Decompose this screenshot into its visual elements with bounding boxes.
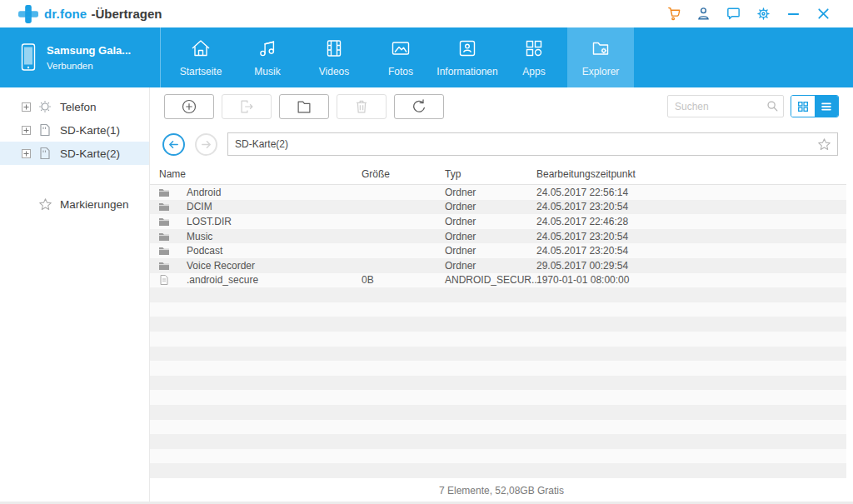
device-name: Samsung Gala... — [47, 44, 131, 57]
delete-button[interactable] — [337, 94, 387, 119]
chat-feedback-icon[interactable] — [726, 6, 741, 22]
list-view-button[interactable] — [815, 96, 838, 117]
grid-view-icon — [796, 100, 810, 113]
empty-row — [150, 361, 846, 376]
sidebar-item-sd-karte-2[interactable]: SD-Karte(2) — [0, 142, 149, 165]
arrow-right-icon — [200, 138, 212, 151]
app-window: dr.fone -Übertragen — [0, 0, 853, 504]
sidebar-item-telefon[interactable]: Telefon — [0, 95, 149, 118]
table-row[interactable]: DCIM Ordner 24.05.2017 23:20:54 — [150, 200, 846, 215]
sidebar: Telefon SD-Karte(1) — [0, 87, 150, 504]
empty-row — [150, 463, 846, 478]
add-icon — [180, 97, 198, 116]
titlebar-actions — [666, 6, 853, 22]
status-bar: 7 Elemente, 52,08GB Gratis — [150, 478, 853, 504]
empty-row — [150, 420, 846, 435]
back-button[interactable] — [162, 133, 185, 156]
empty-row — [150, 434, 846, 449]
page-title: -Übertragen — [91, 7, 162, 21]
add-file-button[interactable] — [164, 94, 214, 119]
close-icon[interactable] — [816, 6, 831, 22]
folder-icon — [158, 201, 170, 212]
empty-row — [150, 376, 846, 391]
path-box — [227, 132, 838, 156]
table-row[interactable]: Podcast Ordner 24.05.2017 23:20:54 — [150, 243, 846, 258]
expand-icon[interactable] — [22, 102, 31, 112]
contact-card-icon — [456, 37, 478, 59]
breadcrumb-bar — [150, 125, 853, 163]
column-header-modified[interactable]: Bearbeitungszeitpunkt — [536, 168, 636, 180]
export-button[interactable] — [222, 94, 272, 119]
folder-icon — [158, 260, 170, 272]
list-view-icon — [820, 100, 833, 113]
expand-icon[interactable] — [22, 126, 31, 135]
tab-informationen[interactable]: Informationen — [434, 27, 501, 87]
table-row[interactable]: Music Ordner 24.05.2017 23:20:54 — [150, 229, 846, 244]
empty-row — [150, 287, 846, 302]
main-navbar: Samsung Gala... Verbunden Startseite Mus… — [0, 27, 853, 87]
nav-tabs: Startseite Musik Videos — [167, 27, 634, 87]
tab-fotos[interactable]: Fotos — [367, 27, 434, 87]
app-grid-icon — [523, 37, 545, 59]
status-text: 7 Elemente, 52,08GB Gratis — [439, 485, 564, 497]
forward-button[interactable] — [195, 133, 217, 156]
empty-row — [150, 405, 846, 420]
empty-row — [150, 390, 846, 405]
empty-row — [150, 449, 846, 464]
sd-card-icon — [37, 146, 52, 161]
table-header: Name Größe Typ Bearbeitungszeitpunkt — [150, 163, 846, 185]
tab-musik[interactable]: Musik — [234, 27, 301, 87]
cart-icon[interactable] — [666, 6, 681, 22]
export-icon — [237, 97, 256, 116]
column-header-type[interactable]: Typ — [445, 168, 461, 180]
file-list: Android Ordner 24.05.2017 22:56:14 DCIM … — [150, 185, 853, 478]
empty-row — [150, 302, 846, 317]
star-icon — [37, 197, 53, 212]
sidebar-item-markierungen[interactable]: Markierungen — [0, 192, 149, 216]
film-icon — [323, 37, 345, 59]
sd-card-icon — [37, 122, 52, 137]
tab-explorer[interactable]: Explorer — [567, 27, 634, 87]
music-icon — [257, 37, 278, 59]
column-header-name[interactable]: Name — [159, 168, 186, 180]
phone-settings-icon — [37, 99, 52, 114]
path-input[interactable] — [228, 133, 837, 155]
folder-icon — [158, 187, 170, 198]
file-toolbar — [150, 87, 853, 125]
device-status: Verbunden — [47, 61, 131, 71]
file-icon — [158, 274, 170, 286]
table-row[interactable]: Android Ordner 24.05.2017 22:56:14 — [150, 185, 846, 200]
connected-device[interactable]: Samsung Gala... Verbunden — [0, 27, 161, 87]
new-folder-button[interactable] — [279, 94, 329, 119]
sidebar-item-sd-karte-1[interactable]: SD-Karte(1) — [0, 118, 149, 142]
tab-apps[interactable]: Apps — [501, 27, 567, 87]
grid-view-button[interactable] — [791, 96, 815, 117]
view-toggle — [791, 95, 839, 117]
brand-name: dr.fone — [44, 7, 87, 21]
column-header-size[interactable]: Größe — [362, 168, 390, 180]
expand-icon[interactable] — [22, 149, 31, 158]
table-row[interactable]: LOST.DIR Ordner 24.05.2017 22:46:28 — [150, 214, 846, 229]
empty-row — [150, 347, 846, 362]
user-account-icon[interactable] — [696, 6, 711, 22]
minimize-icon[interactable] — [786, 6, 801, 22]
folder-icon — [158, 231, 170, 242]
drfone-logo-icon — [18, 5, 38, 23]
search-icon — [766, 99, 779, 112]
search-box — [667, 95, 784, 117]
favorite-star-icon[interactable] — [816, 137, 832, 152]
refresh-icon — [410, 97, 428, 116]
tab-videos[interactable]: Videos — [301, 27, 367, 87]
folder-icon — [158, 245, 170, 257]
arrow-left-icon — [167, 138, 180, 151]
empty-row — [150, 332, 846, 347]
home-icon — [190, 37, 212, 59]
trash-icon — [352, 97, 371, 116]
table-row[interactable]: .android_secure 0B ANDROID_SECUR... 1970… — [150, 273, 846, 288]
titlebar: dr.fone -Übertragen — [0, 0, 853, 27]
photo-icon — [390, 37, 412, 59]
refresh-button[interactable] — [394, 94, 444, 119]
settings-gear-icon[interactable] — [756, 6, 771, 22]
table-row[interactable]: Voice Recorder Ordner 29.05.2017 00:29:5… — [150, 258, 846, 273]
tab-startseite[interactable]: Startseite — [167, 27, 234, 87]
